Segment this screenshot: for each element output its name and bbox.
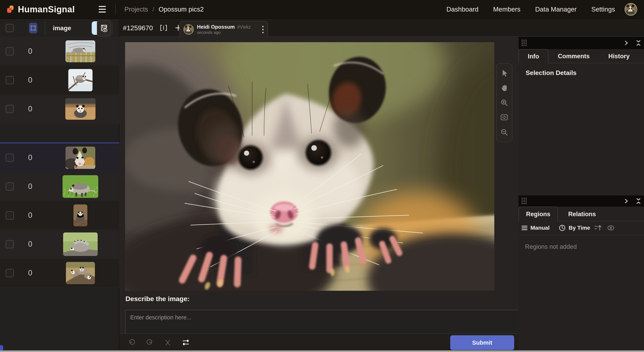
- regions-empty-text: Regions not added: [525, 243, 577, 250]
- tab-relations[interactable]: Relations: [558, 207, 606, 221]
- tab-info[interactable]: Info: [518, 49, 548, 63]
- hamburger-menu-icon[interactable]: [99, 6, 106, 13]
- task-thumbnail-branch[interactable]: [68, 69, 92, 91]
- row-checkbox[interactable]: [6, 76, 14, 84]
- fit-to-screen-icon[interactable]: [500, 113, 509, 122]
- breadcrumb-projects[interactable]: Projects: [124, 6, 148, 13]
- copy-format-icon[interactable]: [160, 24, 168, 32]
- user-avatar[interactable]: [624, 3, 637, 16]
- task-row-5[interactable]: 0: [0, 172, 119, 201]
- regions-panel-header[interactable]: [518, 196, 644, 207]
- task-row-7[interactable]: 0: [0, 230, 119, 259]
- preview-toggle[interactable]: [92, 21, 111, 35]
- nav-settings[interactable]: Settings: [592, 6, 615, 13]
- label-studio-app: HumanSignal Projects / Opossum pics2 Das…: [0, 0, 644, 352]
- task-thumbnail-babies[interactable]: [63, 233, 98, 256]
- info-panel-header[interactable]: [518, 37, 644, 49]
- sort-direction-icon[interactable]: [594, 225, 602, 231]
- humansignal-logo[interactable]: HumanSignal: [6, 4, 75, 14]
- header-divider: [45, 22, 45, 34]
- pan-tool-icon[interactable]: [500, 84, 508, 92]
- task-thumbnail-grass[interactable]: [62, 175, 98, 198]
- order-by-time-button[interactable]: By Time: [559, 224, 590, 232]
- prompt-label: Describe the image:: [126, 295, 190, 303]
- list-eye-icon: [100, 24, 108, 32]
- nav-members[interactable]: Members: [493, 6, 520, 13]
- annotation-count: 0: [18, 153, 42, 162]
- row-checkbox[interactable]: [6, 211, 14, 220]
- task-thumbnail-family[interactable]: [66, 262, 95, 284]
- info-panel-tabs: Info Comments History: [518, 49, 644, 63]
- clock-icon: [559, 224, 566, 232]
- detach-panel-icon[interactable]: [624, 40, 629, 46]
- tab-regions[interactable]: Regions: [518, 207, 558, 221]
- drag-handle-icon[interactable]: [521, 39, 528, 47]
- humansignal-logo-icon: [6, 5, 15, 14]
- annotation-bottom-bar: Submit: [120, 333, 518, 352]
- tab-comments[interactable]: Comments: [548, 49, 599, 63]
- tab-history[interactable]: History: [599, 49, 639, 63]
- task-thumbnail-shavings[interactable]: [65, 98, 96, 120]
- annotation-tab[interactable]: Heidi Opossum#Viekz seconds ago: [180, 21, 268, 38]
- move-tool-icon[interactable]: [500, 69, 508, 77]
- breadcrumb: Projects / Opossum pics2: [124, 6, 204, 13]
- task-row-4-selected[interactable]: 0: [0, 143, 119, 172]
- image-column-header[interactable]: image: [53, 25, 71, 32]
- regions-panel: Regions Relations Manual By Time: [518, 196, 644, 350]
- task-id: #1259670: [123, 24, 153, 32]
- collapse-panel-icon[interactable]: [636, 40, 641, 46]
- nav-dashboard[interactable]: Dashboard: [446, 6, 478, 13]
- annotation-count: 0: [18, 182, 42, 191]
- row-checkbox[interactable]: [6, 153, 14, 162]
- task-thumbnail-portrait[interactable]: [74, 205, 87, 226]
- task-list-header: image: [0, 19, 119, 37]
- reset-icon[interactable]: [164, 339, 171, 346]
- collapse-panel-icon[interactable]: [636, 198, 641, 205]
- row-checkbox[interactable]: [6, 47, 14, 56]
- undo-icon[interactable]: [128, 338, 136, 346]
- annotator-avatar: [184, 24, 194, 35]
- group-list-icon: [521, 225, 528, 231]
- annotation-count: 0: [18, 105, 42, 113]
- drag-handle-icon[interactable]: [521, 197, 528, 205]
- task-thumbnail-current[interactable]: [66, 146, 95, 169]
- top-navigation: Dashboard Members Data Manager Settings: [446, 6, 615, 13]
- regions-toolbar: Manual By Time: [518, 221, 644, 235]
- nav-data-manager[interactable]: Data Manager: [535, 6, 577, 13]
- preview-toggle-button[interactable]: [97, 20, 111, 36]
- detach-panel-icon[interactable]: [624, 198, 629, 204]
- group-manual-button[interactable]: Manual: [521, 225, 550, 231]
- zoom-out-icon[interactable]: [500, 128, 508, 137]
- row-checkbox[interactable]: [6, 269, 14, 277]
- task-row-2[interactable]: 0: [0, 66, 119, 95]
- tab-baseline: [548, 63, 644, 63]
- annotation-handle: #Viekz: [237, 25, 251, 30]
- bottom-edge-strip: [0, 350, 644, 352]
- settings-sliders-icon[interactable]: [182, 338, 190, 347]
- redo-icon[interactable]: [146, 338, 154, 346]
- annotation-menu-icon[interactable]: [262, 26, 264, 33]
- top-bar: HumanSignal Projects / Opossum pics2 Das…: [0, 0, 644, 19]
- select-all-checkbox[interactable]: [6, 24, 14, 32]
- regions-visibility-eye-icon[interactable]: [607, 225, 615, 231]
- submit-button[interactable]: Submit: [450, 335, 514, 350]
- task-row-8[interactable]: 0: [0, 259, 119, 288]
- topbar-divider: [115, 4, 116, 15]
- task-row-6[interactable]: 0: [0, 201, 119, 230]
- row-checkbox[interactable]: [6, 105, 14, 113]
- row-checkbox[interactable]: [6, 182, 14, 191]
- task-row-1[interactable]: 0: [0, 37, 119, 66]
- breadcrumb-separator: /: [152, 6, 154, 13]
- region-select-tool-button[interactable]: [29, 23, 37, 33]
- image-tool-palette: [496, 63, 512, 142]
- logo-text: HumanSignal: [18, 4, 75, 14]
- header-divider-right: [112, 23, 113, 34]
- task-row-3[interactable]: 0: [0, 94, 119, 123]
- annotation-count: 0: [18, 211, 42, 220]
- task-thumbnail-fence[interactable]: [66, 40, 95, 62]
- annotation-count: 0: [18, 76, 42, 84]
- task-image-opossum[interactable]: [125, 42, 494, 291]
- annotation-count: 0: [18, 269, 42, 277]
- row-checkbox[interactable]: [6, 240, 14, 248]
- zoom-in-icon[interactable]: [500, 98, 508, 107]
